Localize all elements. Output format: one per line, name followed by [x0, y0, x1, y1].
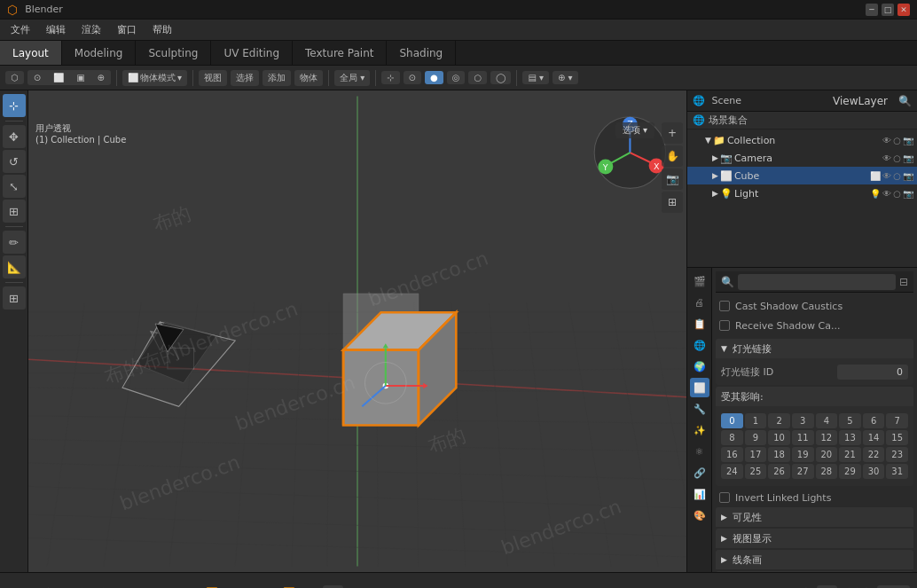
menu-item-window[interactable]: 窗口: [110, 21, 144, 38]
num-10[interactable]: 10: [768, 430, 790, 445]
collection-hide-icon[interactable]: ○: [893, 136, 901, 145]
tab-shading[interactable]: Shading: [387, 41, 456, 65]
num-23[interactable]: 23: [886, 447, 908, 462]
interpolation-label[interactable]: 拟像(插帧): [39, 584, 93, 588]
num-9[interactable]: 9: [745, 430, 767, 445]
outliner-collection-row[interactable]: ▼ 📁 Collection 👁 ○ 📷: [687, 131, 917, 149]
num-30[interactable]: 30: [863, 464, 885, 479]
prop-output-icon[interactable]: 🖨: [690, 293, 709, 312]
minimize-button[interactable]: ─: [866, 4, 878, 16]
light-linking-id-field[interactable]: 0: [837, 365, 908, 380]
zoom-in-btn[interactable]: +: [662, 122, 683, 144]
overlay-btn[interactable]: ▤ ▾: [522, 71, 549, 84]
cube-eye-icon[interactable]: 👁: [882, 171, 891, 181]
num-31[interactable]: 31: [886, 464, 908, 479]
light-hide-icon[interactable]: ○: [893, 189, 901, 199]
prop-data-icon[interactable]: 📊: [690, 484, 709, 504]
rotate-tool-btn[interactable]: ↺: [3, 150, 26, 173]
num-16[interactable]: 16: [721, 447, 743, 462]
tab-uv-editing[interactable]: UV Editing: [211, 41, 293, 65]
select-menu[interactable]: 选择: [231, 70, 259, 86]
maximize-button[interactable]: □: [882, 4, 894, 16]
cube-hide-icon[interactable]: ○: [893, 171, 901, 181]
tab-modeling[interactable]: Modeling: [62, 41, 137, 65]
visibility-header[interactable]: ▶ 可见性: [716, 507, 913, 527]
prop-world-icon[interactable]: 🌍: [690, 357, 709, 376]
close-button[interactable]: ✕: [897, 4, 910, 16]
num-19[interactable]: 19: [792, 447, 814, 462]
editor-type-btn[interactable]: ⬡: [5, 71, 24, 84]
camera-render-icon[interactable]: 📷: [903, 153, 913, 163]
line-art-header[interactable]: ▶ 线条画: [716, 550, 913, 569]
num-2[interactable]: 2: [768, 413, 790, 428]
prop-modifier-icon[interactable]: 🔧: [690, 399, 709, 419]
prop-object-icon[interactable]: ⬜: [690, 378, 709, 397]
num-24[interactable]: 24: [721, 464, 743, 479]
snap-btn[interactable]: ⊹: [381, 71, 399, 84]
collection-eye-icon[interactable]: 👁: [882, 136, 891, 145]
playback-label[interactable]: 回放: [7, 584, 34, 588]
prop-view-layer-icon[interactable]: 📋: [690, 314, 709, 333]
shading-material[interactable]: ○: [468, 71, 487, 84]
cube-render-icon[interactable]: 📷: [903, 171, 913, 181]
outliner-camera-row[interactable]: ▶ 📷 Camera 👁 ○ 📷: [687, 149, 917, 167]
filter-icon[interactable]: ⊟: [899, 276, 908, 288]
tab-layout[interactable]: Layout: [0, 41, 62, 65]
viewport-options-btn[interactable]: 选项 ▾: [615, 122, 654, 138]
light-eye-icon[interactable]: 👁: [882, 189, 891, 199]
light-render-icon[interactable]: 📷: [903, 189, 913, 199]
prop-particles-icon[interactable]: ✨: [690, 420, 709, 440]
num-14[interactable]: 14: [863, 430, 885, 445]
camera-eye-icon[interactable]: 👁: [882, 153, 891, 163]
num-28[interactable]: 28: [816, 464, 838, 479]
collection-render-icon[interactable]: 📷: [903, 136, 913, 145]
move-tool-btn[interactable]: ✥: [3, 125, 26, 148]
num-17[interactable]: 17: [745, 447, 767, 462]
viewport-3d[interactable]: 用户透视 (1) Collection | Cube 选项 ▾ 布的 blend…: [28, 90, 686, 572]
num-4[interactable]: 4: [816, 413, 838, 428]
mode-selector[interactable]: ⬜ 物体模式 ▾: [122, 70, 187, 86]
scale-tool-btn[interactable]: ⤡: [3, 175, 26, 198]
prop-render-icon[interactable]: 🎬: [690, 271, 709, 291]
quad-view-btn[interactable]: ⊞: [662, 192, 683, 213]
num-11[interactable]: 11: [792, 430, 814, 445]
num-7[interactable]: 7: [886, 413, 908, 428]
prop-constraints-icon[interactable]: 🔗: [690, 463, 709, 482]
menu-item-help[interactable]: 帮助: [145, 21, 179, 38]
custom-props-header[interactable]: ▶ 自定义属性: [716, 571, 913, 572]
menu-item-edit[interactable]: 编辑: [39, 21, 73, 38]
shading-solid[interactable]: ●: [425, 71, 443, 84]
prop-scene-icon[interactable]: 🌐: [690, 335, 709, 355]
camera-view-btn[interactable]: 📷: [662, 169, 683, 190]
add-menu[interactable]: 添加: [263, 70, 291, 86]
shading-wire[interactable]: ◎: [447, 71, 466, 84]
select-mode-edge[interactable]: ⬜: [48, 71, 69, 84]
gizmo-btn[interactable]: ⊕ ▾: [553, 71, 578, 84]
tab-sculpting[interactable]: Sculpting: [136, 41, 211, 65]
light-data-icon[interactable]: 💡: [870, 189, 881, 199]
outliner-filter-icon[interactable]: 🔍: [898, 95, 912, 107]
num-25[interactable]: 25: [745, 464, 767, 479]
num-13[interactable]: 13: [839, 430, 861, 445]
menu-item-render[interactable]: 渲染: [74, 21, 108, 38]
num-3[interactable]: 3: [792, 413, 814, 428]
cube-data-icon[interactable]: ⬜: [870, 171, 881, 181]
cast-shadow-checkbox[interactable]: [719, 301, 730, 311]
select-mode-extra[interactable]: ⊕: [92, 71, 110, 84]
marker-label[interactable]: 标记: [130, 584, 157, 588]
num-20[interactable]: 20: [816, 447, 838, 462]
measure-btn[interactable]: 📐: [3, 255, 26, 278]
prop-material-icon[interactable]: 🎨: [690, 506, 709, 525]
select-mode-vert[interactable]: ⊙: [28, 71, 46, 84]
num-27[interactable]: 27: [792, 464, 814, 479]
tab-texture-paint[interactable]: Texture Paint: [293, 41, 387, 65]
outliner-cube-row[interactable]: ▶ ⬜ Cube ⬜ 👁 ○ 📷: [687, 167, 917, 184]
select-mode-face[interactable]: ▣: [71, 71, 90, 84]
prop-physics-icon[interactable]: ⚛: [690, 442, 709, 461]
num-6[interactable]: 6: [863, 413, 885, 428]
properties-search-input[interactable]: [738, 274, 896, 290]
num-15[interactable]: 15: [886, 430, 908, 445]
light-linking-header[interactable]: ▼ 灯光链接: [716, 339, 913, 358]
add-cube-btn[interactable]: ⊞: [3, 286, 26, 310]
pan-btn[interactable]: ✋: [662, 145, 683, 167]
